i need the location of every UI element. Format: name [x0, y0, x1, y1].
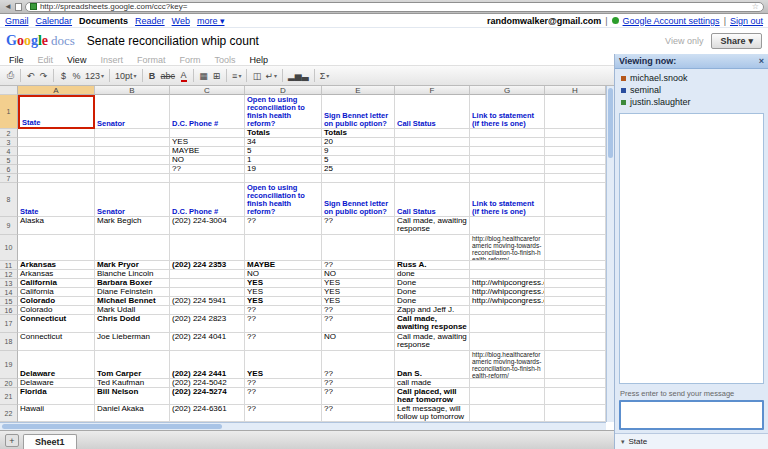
column-header-G[interactable]: G: [470, 86, 545, 95]
cell-E10[interactable]: [322, 235, 395, 261]
cell-C12[interactable]: [170, 270, 245, 279]
cell-D7[interactable]: [245, 174, 322, 183]
cell-D22[interactable]: ??: [245, 405, 322, 422]
menu-help[interactable]: Help: [242, 54, 275, 66]
cell-A5[interactable]: [18, 156, 95, 165]
row-header-5[interactable]: 5: [0, 156, 18, 165]
cell-H10[interactable]: [545, 235, 606, 261]
cell-B10[interactable]: [95, 235, 170, 261]
cell-F12[interactable]: done: [395, 270, 470, 279]
row-header-3[interactable]: 3: [0, 138, 18, 147]
cell-H5[interactable]: [545, 156, 606, 165]
bookmark-star-icon[interactable]: ☆: [752, 2, 759, 11]
cell-F16[interactable]: Zapp and Jeff J.: [395, 306, 470, 315]
chart-icon[interactable]: ▂▅▃: [286, 68, 311, 84]
cell-G5[interactable]: [470, 156, 545, 165]
cell-B5[interactable]: [95, 156, 170, 165]
row-header-14[interactable]: 14: [0, 288, 18, 297]
cell-H18[interactable]: [545, 333, 606, 351]
cell-F14[interactable]: Done: [395, 288, 470, 297]
nav-link-web[interactable]: Web: [172, 16, 190, 26]
cell-H17[interactable]: [545, 315, 606, 333]
borders-icon[interactable]: ⊞: [210, 68, 223, 84]
undo-icon[interactable]: ↶: [24, 68, 37, 84]
cell-B1[interactable]: Senator: [95, 95, 170, 129]
cell-G13[interactable]: http://whipcongress.com/: [470, 279, 545, 288]
sheet-tab-sheet1[interactable]: Sheet1: [23, 434, 77, 449]
cell-C13[interactable]: [170, 279, 245, 288]
cell-A3[interactable]: [18, 138, 95, 147]
column-header-F[interactable]: F: [395, 86, 470, 95]
cell-B2[interactable]: [95, 129, 170, 138]
cell-C4[interactable]: MAYBE: [170, 147, 245, 156]
row-header-16[interactable]: 16: [0, 306, 18, 315]
column-header-E[interactable]: E: [322, 86, 395, 95]
cell-A9[interactable]: Alaska: [18, 217, 95, 235]
cell-F15[interactable]: Done: [395, 297, 470, 306]
print-icon[interactable]: ⎙: [4, 68, 17, 84]
cell-G11[interactable]: [470, 261, 545, 270]
column-header-A[interactable]: A: [18, 86, 95, 95]
cell-F11[interactable]: Russ A.: [395, 261, 470, 270]
cell-E6[interactable]: 25: [322, 165, 395, 174]
cell-E18[interactable]: NO: [322, 333, 395, 351]
cell-E4[interactable]: 9: [322, 147, 395, 156]
cell-G4[interactable]: [470, 147, 545, 156]
row-header-13[interactable]: 13: [0, 279, 18, 288]
cell-E20[interactable]: ??: [322, 379, 395, 388]
account-settings-link[interactable]: Google Account settings: [623, 16, 720, 26]
cell-H21[interactable]: [545, 388, 606, 405]
cell-H2[interactable]: [545, 129, 606, 138]
cell-B11[interactable]: Mark Pryor: [95, 261, 170, 270]
cell-H14[interactable]: [545, 288, 606, 297]
cell-D16[interactable]: ??: [245, 306, 322, 315]
row-header-8[interactable]: 8: [0, 183, 18, 217]
percent-format-icon[interactable]: %: [70, 68, 83, 84]
cell-G10[interactable]: http://blog.healthcareforameric moving-t…: [470, 235, 545, 261]
menu-view[interactable]: View: [60, 54, 93, 66]
cell-B9[interactable]: Mark Begich: [95, 217, 170, 235]
cell-E13[interactable]: YES: [322, 279, 395, 288]
cell-G1[interactable]: Link to statement (if there is one): [470, 95, 545, 129]
wrap-dropdown[interactable]: ↵▾: [263, 68, 279, 84]
cell-A12[interactable]: Arkansas: [18, 270, 95, 279]
cell-E11[interactable]: ??: [322, 261, 395, 270]
cell-E9[interactable]: ??: [322, 217, 395, 235]
cell-A8[interactable]: State: [18, 183, 95, 217]
cell-C14[interactable]: [170, 288, 245, 297]
merge-icon[interactable]: ◫: [250, 68, 263, 84]
cell-C7[interactable]: [170, 174, 245, 183]
cell-A14[interactable]: California: [18, 288, 95, 297]
cell-A13[interactable]: California: [18, 279, 95, 288]
cell-E7[interactable]: [322, 174, 395, 183]
cell-H3[interactable]: [545, 138, 606, 147]
cell-C9[interactable]: (202) 224-3004: [170, 217, 245, 235]
cell-F4[interactable]: [395, 147, 470, 156]
cell-C2[interactable]: [170, 129, 245, 138]
cell-F2[interactable]: [395, 129, 470, 138]
menu-insert[interactable]: Insert: [93, 54, 130, 66]
cell-A2[interactable]: [18, 129, 95, 138]
cell-F5[interactable]: [395, 156, 470, 165]
row-header-2[interactable]: 2: [0, 129, 18, 138]
cell-D13[interactable]: YES: [245, 279, 322, 288]
cell-D6[interactable]: 19: [245, 165, 322, 174]
cell-B22[interactable]: Daniel Akaka: [95, 405, 170, 422]
cell-E2[interactable]: Totals: [322, 129, 395, 138]
cell-E5[interactable]: 5: [322, 156, 395, 165]
cell-C11[interactable]: (202) 224 2353: [170, 261, 245, 270]
column-header-D[interactable]: D: [245, 86, 322, 95]
cell-G22[interactable]: [470, 405, 545, 422]
cell-G12[interactable]: [470, 270, 545, 279]
chevron-down-icon[interactable]: ▾: [621, 438, 625, 446]
cell-C17[interactable]: (202) 224 2823: [170, 315, 245, 333]
grid-corner[interactable]: [0, 86, 18, 95]
redo-icon[interactable]: ↷: [37, 68, 50, 84]
cell-F19[interactable]: Dan S.: [395, 351, 470, 379]
menu-tools[interactable]: Tools: [207, 54, 242, 66]
cell-E1[interactable]: Sign Bennet letter on public option?: [322, 95, 395, 129]
cell-B16[interactable]: Mark Udall: [95, 306, 170, 315]
menu-edit[interactable]: Edit: [31, 54, 61, 66]
cell-E15[interactable]: YES: [322, 297, 395, 306]
cell-E12[interactable]: NO: [322, 270, 395, 279]
